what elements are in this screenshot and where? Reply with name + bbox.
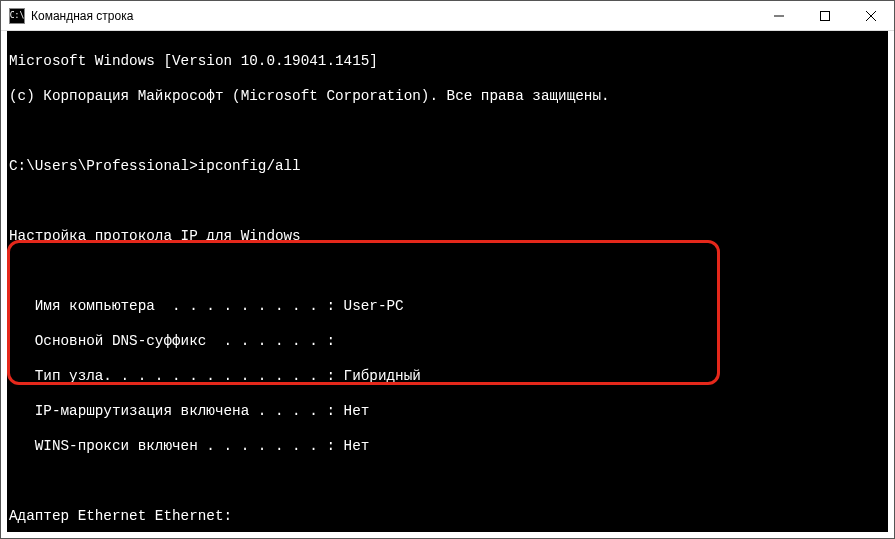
maximize-button[interactable] xyxy=(802,1,848,31)
svg-rect-1 xyxy=(821,11,830,20)
output-line: Адаптер Ethernet Ethernet: xyxy=(9,508,886,526)
minimize-icon xyxy=(774,11,784,21)
close-icon xyxy=(866,11,876,21)
window-title: Командная строка xyxy=(31,9,133,23)
output-line: Настройка протокола IP для Windows xyxy=(9,228,886,246)
output-line: WINS-прокси включен . . . . . . . : Нет xyxy=(9,438,886,456)
output-line xyxy=(9,473,886,491)
prompt-line: C:\Users\Professional>ipconfig/all xyxy=(9,158,886,176)
output-line: (c) Корпорация Майкрософт (Microsoft Cor… xyxy=(9,88,886,106)
minimize-button[interactable] xyxy=(756,1,802,31)
output-line: Имя компьютера . . . . . . . . . : User-… xyxy=(9,298,886,316)
cmd-icon: C:\ xyxy=(9,8,25,24)
console-output[interactable]: Microsoft Windows [Version 10.0.19041.14… xyxy=(1,31,894,538)
output-line xyxy=(9,263,886,281)
output-line: Тип узла. . . . . . . . . . . . . : Гибр… xyxy=(9,368,886,386)
output-line xyxy=(9,123,886,141)
output-line xyxy=(9,193,886,211)
output-line: Основной DNS-суффикс . . . . . . : xyxy=(9,333,886,351)
output-line: IP-маршрутизация включена . . . . : Нет xyxy=(9,403,886,421)
maximize-icon xyxy=(820,11,830,21)
close-button[interactable] xyxy=(848,1,894,31)
titlebar[interactable]: C:\ Командная строка xyxy=(1,1,894,31)
cmd-window: C:\ Командная строка Microsoft Windows [… xyxy=(0,0,895,539)
output-line: Microsoft Windows [Version 10.0.19041.14… xyxy=(9,53,886,71)
